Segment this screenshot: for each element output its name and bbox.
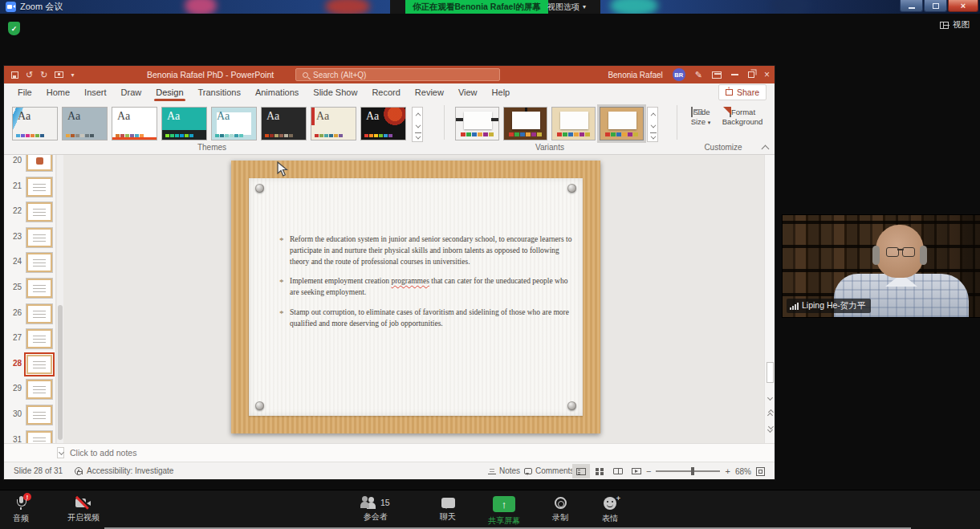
slide-thumb-24[interactable]: 24: [4, 251, 56, 275]
next-slide-icon[interactable]: [767, 428, 773, 433]
search-box[interactable]: Search (Alt+Q): [295, 68, 500, 81]
close-button[interactable]: ×: [948, 0, 978, 12]
start-video-button[interactable]: 开启视频: [67, 496, 100, 523]
thumbnail-scrollbar[interactable]: [57, 155, 63, 443]
gallery-up-icon[interactable]: [413, 108, 422, 119]
ribbon-display-options-icon[interactable]: [712, 71, 722, 79]
ppt-close-icon[interactable]: ×: [764, 70, 770, 79]
scrollbar-thumb[interactable]: [767, 362, 774, 383]
save-icon[interactable]: [11, 71, 18, 79]
ppt-share-button[interactable]: Share: [718, 84, 767, 100]
tab-insert[interactable]: Insert: [77, 83, 114, 101]
slide-thumb-23[interactable]: 23: [4, 226, 56, 250]
slide-thumb-21[interactable]: 21: [4, 176, 56, 200]
tab-view[interactable]: View: [451, 83, 485, 101]
theme-thumbnail-6[interactable]: Aa: [261, 107, 307, 140]
fit-slide-icon[interactable]: [756, 467, 765, 476]
variant-thumbnail-3[interactable]: [551, 107, 596, 140]
theme-thumbnail-3[interactable]: Aa: [112, 107, 157, 140]
tab-transitions[interactable]: Transitions: [191, 83, 248, 101]
gallery-down-icon[interactable]: [648, 119, 657, 130]
security-shield-icon[interactable]: ✓: [8, 22, 20, 35]
theme-thumbnail-5[interactable]: Aa: [211, 107, 257, 140]
participants-button[interactable]: 15 参会者: [361, 496, 390, 523]
reactions-button[interactable]: + 表情: [602, 496, 618, 524]
zoom-in-icon[interactable]: +: [725, 467, 730, 476]
view-layout-button[interactable]: 视图: [940, 19, 970, 31]
customize-qat-icon[interactable]: ▾: [71, 71, 74, 79]
zoom-percent[interactable]: 68%: [735, 467, 751, 476]
vertical-scrollbar[interactable]: [764, 155, 775, 443]
slide-sorter-view-button[interactable]: [591, 464, 608, 478]
notes-pane[interactable]: Click to add notes: [4, 443, 775, 462]
accessibility-status[interactable]: Accessibility: Investigate: [75, 462, 173, 480]
chat-button[interactable]: 聊天: [440, 496, 456, 523]
thumbnail-scrollbar-thumb[interactable]: [58, 305, 63, 441]
gallery-more-icon[interactable]: [413, 130, 422, 141]
share-screen-button[interactable]: ↑ 共享屏幕: [488, 496, 520, 527]
slide-thumb-27[interactable]: 27: [4, 328, 56, 352]
start-presentation-icon[interactable]: [55, 71, 63, 78]
ppt-minimize-icon[interactable]: [731, 74, 738, 75]
slide-thumb-25[interactable]: 25: [4, 277, 56, 301]
previous-slide-icon[interactable]: [767, 413, 773, 419]
tab-animations[interactable]: Animations: [248, 83, 306, 101]
slide-thumb-20[interactable]: 20: [4, 155, 56, 174]
draw-pen-icon[interactable]: ✎: [695, 71, 702, 79]
view-options-dropdown[interactable]: 视图选项 ▾: [543, 0, 591, 14]
theme-thumbnail-1[interactable]: Aa: [12, 107, 58, 140]
slide-thumb-26[interactable]: 26: [4, 303, 56, 327]
tab-review[interactable]: Review: [408, 83, 451, 101]
slide-thumb-preview: [26, 279, 52, 298]
gallery-up-icon[interactable]: [648, 108, 657, 119]
theme-thumbnail-2[interactable]: Aa: [62, 107, 108, 140]
zoom-out-icon[interactable]: −: [646, 467, 651, 476]
slideshow-view-button[interactable]: [628, 464, 645, 478]
variant-thumbnail-2[interactable]: [503, 107, 547, 140]
slide-thumb-29[interactable]: 29: [4, 378, 56, 402]
participant-video-tile[interactable]: Liping He-贺力平: [783, 215, 980, 317]
tab-record[interactable]: Record: [364, 83, 407, 101]
comments-toggle[interactable]: Comments: [524, 462, 574, 480]
slide-thumb-31[interactable]: 31: [4, 429, 56, 443]
tab-design[interactable]: Design: [148, 83, 190, 101]
format-background-button[interactable]: Format Background: [722, 108, 763, 127]
current-slide[interactable]: Reform the education system in junior an…: [231, 161, 600, 433]
tab-help[interactable]: Help: [485, 83, 518, 101]
slide-thumb-preview: [26, 202, 52, 222]
slide-size-button[interactable]: Slide Size ▾: [683, 108, 718, 127]
reading-view-button[interactable]: [609, 464, 627, 478]
zoom-slider[interactable]: [656, 470, 720, 472]
tab-draw[interactable]: Draw: [114, 83, 149, 101]
avatar[interactable]: BR: [673, 68, 685, 81]
undo-icon[interactable]: ↺: [26, 71, 33, 79]
normal-view-button[interactable]: [572, 464, 590, 478]
thumb-scroll-down-button[interactable]: [57, 447, 64, 458]
account-name[interactable]: Benonia Rafael: [608, 71, 662, 79]
maximize-button[interactable]: [924, 0, 947, 12]
themes-gallery-scroll[interactable]: [412, 107, 423, 142]
theme-thumbnail-7[interactable]: Aa: [311, 107, 356, 140]
record-button[interactable]: 录制: [552, 496, 568, 523]
scroll-down-icon[interactable]: [767, 396, 773, 401]
slide-thumb-22[interactable]: 22: [4, 201, 56, 225]
minimize-button[interactable]: [900, 0, 923, 12]
gallery-more-icon[interactable]: [648, 130, 657, 141]
variant-thumbnail-1[interactable]: [455, 107, 499, 140]
theme-thumbnail-8[interactable]: Aa: [360, 107, 406, 140]
redo-icon[interactable]: ↻: [40, 71, 47, 79]
gallery-down-icon[interactable]: [413, 119, 422, 130]
zoom-slider-thumb[interactable]: [691, 467, 694, 475]
tab-home[interactable]: Home: [39, 83, 77, 101]
slide-thumb-30[interactable]: 30: [4, 404, 56, 428]
theme-thumbnail-4[interactable]: Aa: [161, 107, 207, 140]
variants-gallery-scroll[interactable]: [647, 107, 658, 142]
audio-button[interactable]: ! 音频: [13, 496, 29, 524]
ppt-restore-icon[interactable]: [748, 71, 754, 78]
tab-file[interactable]: File: [10, 83, 39, 101]
slide-paper[interactable]: Reform the education system in junior an…: [249, 178, 583, 416]
slide-thumb-28-selected[interactable]: 28: [4, 353, 56, 377]
notes-toggle[interactable]: Notes: [488, 462, 520, 480]
variant-thumbnail-4-selected[interactable]: [600, 107, 644, 140]
tab-slide-show[interactable]: Slide Show: [306, 83, 364, 101]
